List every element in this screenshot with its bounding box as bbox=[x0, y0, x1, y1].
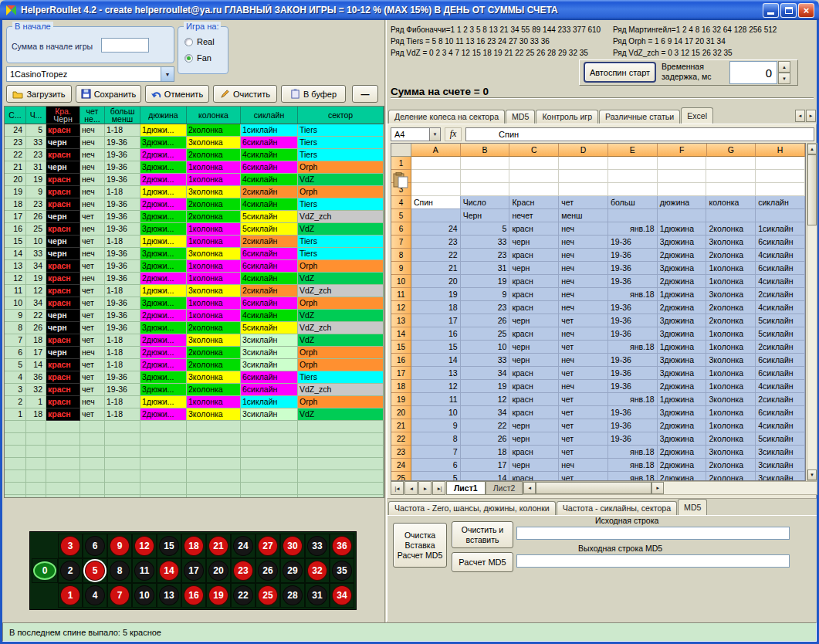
main-tab-2[interactable]: Контроль игр bbox=[536, 110, 598, 124]
excel-cell-D23[interactable]: чет bbox=[559, 446, 608, 459]
excel-cell-H9[interactable]: 6сиклайн bbox=[756, 262, 805, 275]
excel-cell-H14[interactable]: 5сиклайн bbox=[756, 327, 805, 341]
excel-cell-A11[interactable]: 19 bbox=[411, 288, 461, 301]
excel-cell-G22[interactable]: 2колонка bbox=[706, 432, 756, 446]
excel-row-header-19[interactable]: 19 bbox=[391, 393, 411, 406]
excel-cell-A20[interactable]: 10 bbox=[411, 406, 461, 419]
save-button[interactable]: Сохранить bbox=[76, 85, 141, 103]
board-cell[interactable]: 12 bbox=[132, 534, 157, 558]
board-cell[interactable]: 32 bbox=[305, 558, 330, 583]
excel-cell-E9[interactable]: 19-36 bbox=[608, 262, 658, 275]
excel-cell-B17[interactable]: 34 bbox=[461, 367, 510, 380]
board-number-14[interactable]: 14 bbox=[159, 561, 179, 581]
excel-cell-A5[interactable] bbox=[411, 209, 461, 222]
excel-cell-H22[interactable]: 5сиклайн bbox=[756, 432, 805, 446]
board-number-8[interactable]: 8 bbox=[110, 561, 130, 581]
excel-cell-A7[interactable]: 23 bbox=[411, 236, 461, 249]
excel-cell-A4[interactable]: Спин bbox=[411, 196, 461, 209]
board-number-12[interactable]: 12 bbox=[134, 536, 154, 556]
excel-cell-D19[interactable]: чет bbox=[559, 393, 608, 406]
excel-cell-C24[interactable]: черн bbox=[509, 459, 559, 472]
board-number-9[interactable]: 9 bbox=[110, 536, 130, 556]
excel-cell-D16[interactable]: неч bbox=[559, 354, 608, 367]
excel-cell-H12[interactable]: 4сиклайн bbox=[756, 301, 805, 314]
excel-cell-E19[interactable]: янв.18 bbox=[608, 393, 658, 406]
excel-cell-E10[interactable]: 19-36 bbox=[608, 275, 658, 288]
board-cell[interactable]: 20 bbox=[206, 558, 231, 583]
spinner-up-button[interactable]: ▲ bbox=[778, 61, 790, 73]
excel-cell-G11[interactable]: 3колонка bbox=[706, 288, 756, 301]
excel-cell-H25[interactable]: 3сиклайн bbox=[756, 472, 805, 481]
excel-cell-E12[interactable]: 19-36 bbox=[608, 301, 658, 314]
excel-cell-G21[interactable]: 1колонка bbox=[706, 419, 756, 432]
excel-cell-D4[interactable]: чет bbox=[559, 196, 608, 209]
excel-cell-C15[interactable]: черн bbox=[509, 341, 559, 354]
excel-cell-A15[interactable]: 15 bbox=[411, 341, 461, 354]
excel-cell-G23[interactable]: 3колонка bbox=[706, 446, 756, 459]
board-cell[interactable]: 8 bbox=[107, 558, 132, 583]
horizontal-scroll-thumb[interactable] bbox=[536, 482, 651, 494]
excel-cell-A3[interactable] bbox=[411, 183, 461, 196]
board-cell[interactable]: 9 bbox=[107, 534, 132, 558]
excel-cell-B6[interactable]: 5 bbox=[461, 222, 510, 236]
excel-cell-C25[interactable]: красн bbox=[509, 472, 559, 481]
name-box-dropdown-icon[interactable]: ▼ bbox=[429, 127, 441, 141]
sheet-last-button[interactable]: ►| bbox=[432, 481, 445, 495]
excel-cell-H18[interactable]: 4сиклайн bbox=[756, 380, 805, 393]
excel-cell-G18[interactable]: 1колонка bbox=[706, 380, 756, 393]
board-number-28[interactable]: 28 bbox=[283, 585, 303, 605]
board-number-24[interactable]: 24 bbox=[233, 536, 253, 556]
titlebar[interactable]: HelperRoullet 4.2 - create helperroullet… bbox=[0, 0, 819, 20]
delay-value[interactable]: 0 bbox=[766, 66, 772, 80]
scroll-down-icon[interactable]: ▼ bbox=[807, 469, 817, 480]
excel-cell-C1[interactable] bbox=[509, 157, 559, 170]
excel-cell-D5[interactable]: менш bbox=[559, 209, 608, 222]
excel-cell-H4[interactable]: сиклайн bbox=[756, 196, 805, 209]
excel-cell-F25[interactable]: 2дюжина bbox=[658, 472, 707, 481]
excel-cell-A17[interactable]: 13 bbox=[411, 367, 461, 380]
board-cell[interactable]: 24 bbox=[231, 534, 256, 558]
excel-cell-C8[interactable]: красн bbox=[509, 249, 559, 262]
excel-cell-C9[interactable]: черн bbox=[509, 262, 559, 275]
board-number-18[interactable]: 18 bbox=[184, 536, 204, 556]
excel-row-header-10[interactable]: 10 bbox=[391, 275, 411, 288]
board-number-5[interactable]: 5 bbox=[85, 561, 105, 581]
excel-cell-C22[interactable]: черн bbox=[509, 432, 559, 446]
board-cell[interactable]: 15 bbox=[157, 534, 181, 558]
board-number-2[interactable]: 2 bbox=[60, 561, 80, 581]
excel-cell-D6[interactable]: неч bbox=[559, 222, 608, 236]
excel-row-header-16[interactable]: 16 bbox=[391, 354, 411, 367]
excel-cell-C5[interactable]: нечет bbox=[509, 209, 559, 222]
excel-cell-F23[interactable]: 2дюжина bbox=[658, 446, 707, 459]
excel-row-header-9[interactable]: 9 bbox=[391, 262, 411, 275]
combo-dropdown-icon[interactable]: ▼ bbox=[161, 67, 174, 81]
excel-cell-E15[interactable]: янв.18 bbox=[608, 341, 658, 354]
excel-cell-A12[interactable]: 18 bbox=[411, 301, 461, 314]
radio-fan[interactable] bbox=[184, 54, 193, 63]
excel-cell-D14[interactable]: неч bbox=[559, 327, 608, 341]
radio-real[interactable] bbox=[184, 38, 193, 46]
undo-button[interactable]: Отменить bbox=[145, 85, 209, 103]
excel-cell-G10[interactable]: 1колонка bbox=[706, 275, 756, 288]
board-cell[interactable]: 18 bbox=[181, 534, 206, 558]
board-number-13[interactable]: 13 bbox=[159, 585, 179, 605]
excel-cell-D12[interactable]: неч bbox=[559, 301, 608, 314]
excel-cell-D24[interactable]: неч bbox=[559, 459, 608, 472]
board-cell[interactable]: 29 bbox=[280, 558, 305, 583]
main-tab-3[interactable]: Различные статьи bbox=[599, 110, 680, 124]
formula-input[interactable]: Спин bbox=[465, 127, 814, 141]
maximize-button[interactable] bbox=[780, 3, 797, 18]
delay-spinner[interactable]: 0 bbox=[729, 61, 777, 84]
excel-cell-E7[interactable]: 19-36 bbox=[608, 236, 658, 249]
excel-row-header-14[interactable]: 14 bbox=[391, 327, 411, 341]
excel-cell-E2[interactable] bbox=[608, 170, 658, 183]
excel-cell-D10[interactable]: неч bbox=[559, 275, 608, 288]
excel-cell-G13[interactable]: 2колонка bbox=[706, 314, 756, 327]
excel-cell-D13[interactable]: чет bbox=[559, 314, 608, 327]
bottom-tab-1[interactable]: Частота - сиклайны, сектора bbox=[557, 501, 677, 515]
excel-cell-C20[interactable]: красн bbox=[509, 406, 559, 419]
board-cell[interactable]: 16 bbox=[181, 583, 206, 608]
excel-cell-C14[interactable]: красн bbox=[509, 327, 559, 341]
excel-row-header-6[interactable]: 6 bbox=[391, 222, 411, 236]
excel-cell-A24[interactable]: 6 bbox=[411, 459, 461, 472]
